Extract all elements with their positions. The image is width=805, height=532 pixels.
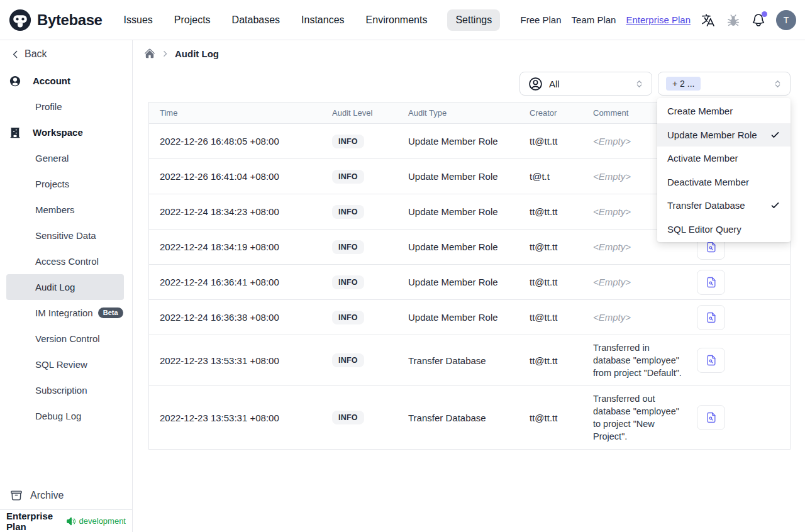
dropdown-item-sql-editor-query[interactable]: SQL Editor Query: [657, 218, 791, 241]
bytebase-logo[interactable]: Bytebase: [9, 9, 103, 31]
dropdown-item-create-member[interactable]: Create Member: [657, 99, 791, 123]
cell-comment: <Empty>: [582, 276, 686, 289]
column-header-creator: Creator: [519, 108, 582, 118]
plan-link-free-plan[interactable]: Free Plan: [521, 14, 562, 25]
sidebar-item-version-control[interactable]: Version Control: [6, 326, 124, 352]
cell-audit-level: INFO: [321, 353, 397, 367]
chevron-updown-icon: [635, 79, 644, 89]
check-icon: [770, 200, 780, 211]
sidebar-item-audit-log[interactable]: Audit Log: [6, 274, 124, 300]
sidebar-item-label: Version Control: [35, 333, 100, 344]
archive-icon: [10, 489, 23, 502]
dropdown-item-transfer-database[interactable]: Transfer Database: [657, 194, 791, 218]
breadcrumb: Audit Log: [144, 48, 219, 59]
dropdown-item-update-member-role[interactable]: Update Member Role: [657, 123, 791, 147]
cell-comment: Transferred in database "employee" from …: [582, 335, 686, 385]
sidebar-item-label: Sensitive Data: [35, 230, 96, 241]
nav-right: Free PlanTeam PlanEnterprise Plan T: [521, 10, 796, 30]
sidebar-item-label: Debug Log: [35, 411, 81, 421]
nav-item-projects[interactable]: Projects: [173, 9, 212, 31]
sidebar: Back AccountProfileWorkspaceGeneralProje…: [0, 40, 133, 532]
nav-item-settings[interactable]: Settings: [447, 9, 500, 31]
cell-creator: tt@tt.tt: [519, 413, 582, 423]
nav-item-environments[interactable]: Environments: [365, 9, 429, 31]
dropdown-item-activate-member[interactable]: Activate Member: [657, 147, 791, 170]
cell-time: 2022-12-24 18:34:23 +08:00: [149, 206, 321, 217]
creator-filter-value: All: [549, 79, 560, 89]
cell-audit-level: INFO: [321, 411, 397, 424]
cell-creator: tt@tt.tt: [519, 312, 582, 323]
cell-audit-level: INFO: [321, 275, 397, 289]
view-payload-button[interactable]: [697, 405, 725, 430]
nav-item-issues[interactable]: Issues: [123, 9, 154, 31]
cell-comment: <Empty>: [582, 241, 686, 253]
sidebar-item-debug-log[interactable]: Debug Log: [6, 403, 124, 429]
level-badge: INFO: [332, 170, 364, 184]
sidebar-item-sensitive-data[interactable]: Sensitive Data: [6, 223, 124, 248]
cell-time: 2022-12-26 16:41:04 +08:00: [149, 171, 321, 182]
bell-icon[interactable]: [751, 13, 766, 28]
file-search-icon: [705, 276, 718, 289]
back-button[interactable]: Back: [0, 40, 132, 68]
bug-icon[interactable]: [726, 13, 741, 28]
home-icon[interactable]: [144, 48, 155, 59]
plan-label: Enterprise Plan: [6, 511, 63, 532]
cell-creator: tt@tt.tt: [519, 241, 582, 252]
audit-type-filter-select[interactable]: + 2 ...: [658, 72, 791, 96]
sidebar-item-profile[interactable]: Profile: [6, 94, 124, 119]
breadcrumb-current: Audit Log: [175, 48, 219, 59]
sidebar-item-label: IM Integration: [35, 308, 93, 318]
sidebar-item-label: Projects: [35, 179, 69, 189]
sidebar-item-label: General: [35, 153, 69, 163]
view-payload-button[interactable]: [697, 348, 725, 373]
cell-time: 2022-12-23 13:53:31 +08:00: [149, 413, 321, 423]
cell-audit-type: Update Member Role: [397, 312, 519, 323]
archive-label: Archive: [30, 490, 64, 501]
cell-creator: tt@tt.tt: [519, 136, 582, 147]
level-badge: INFO: [332, 205, 364, 219]
avatar[interactable]: T: [776, 10, 796, 30]
sidebar-footer: Enterprise Plan development: [0, 509, 132, 532]
sidebar-item-label: Members: [35, 204, 75, 215]
cell-audit-type: Update Member Role: [397, 241, 519, 252]
sidebar-item-members[interactable]: Members: [6, 197, 124, 223]
cell-creator: tt@tt.tt: [519, 277, 582, 287]
sidebar-item-archive[interactable]: Archive: [0, 482, 132, 509]
sidebar-section-account: Account: [0, 68, 132, 94]
view-payload-button[interactable]: [697, 305, 725, 330]
sidebar-item-im-integration[interactable]: IM IntegrationBeta: [6, 300, 124, 326]
sidebar-item-access-control[interactable]: Access Control: [6, 248, 124, 274]
sidebar-item-label: Audit Log: [35, 282, 75, 292]
file-search-icon: [705, 241, 718, 253]
cell-audit-level: INFO: [321, 135, 397, 148]
environment-label: development: [79, 516, 126, 526]
plan-link-enterprise-plan[interactable]: Enterprise Plan: [626, 14, 691, 25]
view-payload-button[interactable]: [697, 270, 725, 295]
sidebar-item-subscription[interactable]: Subscription: [6, 377, 124, 403]
sidebar-item-general[interactable]: General: [6, 145, 124, 171]
nav-item-instances[interactable]: Instances: [300, 9, 345, 31]
dropdown-item-label: Deactivate Member: [667, 177, 749, 187]
sidebar-item-projects[interactable]: Projects: [6, 171, 124, 197]
audit-type-dropdown-menu: Create MemberUpdate Member RoleActivate …: [657, 98, 791, 242]
chevron-updown-icon: [773, 79, 782, 89]
plan-link-team-plan[interactable]: Team Plan: [572, 14, 616, 25]
level-badge: INFO: [332, 353, 364, 367]
speaker-icon: [66, 516, 76, 526]
cell-audit-type: Update Member Role: [397, 277, 519, 287]
sidebar-item-sql-review[interactable]: SQL Review: [6, 352, 124, 377]
translate-icon[interactable]: [701, 13, 716, 28]
cell-time: 2022-12-26 16:48:05 +08:00: [149, 136, 321, 147]
user-circle-icon: [9, 75, 21, 87]
dropdown-item-deactivate-member[interactable]: Deactivate Member: [657, 170, 791, 194]
cell-actions: [686, 305, 790, 330]
dropdown-item-label: Transfer Database: [667, 200, 745, 211]
sidebar-nav: AccountProfileWorkspaceGeneralProjectsMe…: [0, 68, 132, 429]
level-badge: INFO: [332, 311, 364, 324]
column-header-audit-level: Audit Level: [321, 108, 397, 118]
creator-filter-select[interactable]: All: [519, 72, 652, 96]
cell-comment: <Empty>: [582, 311, 686, 324]
cell-actions: [686, 405, 790, 430]
dropdown-item-label: SQL Editor Query: [667, 224, 741, 235]
nav-item-databases[interactable]: Databases: [231, 9, 282, 31]
